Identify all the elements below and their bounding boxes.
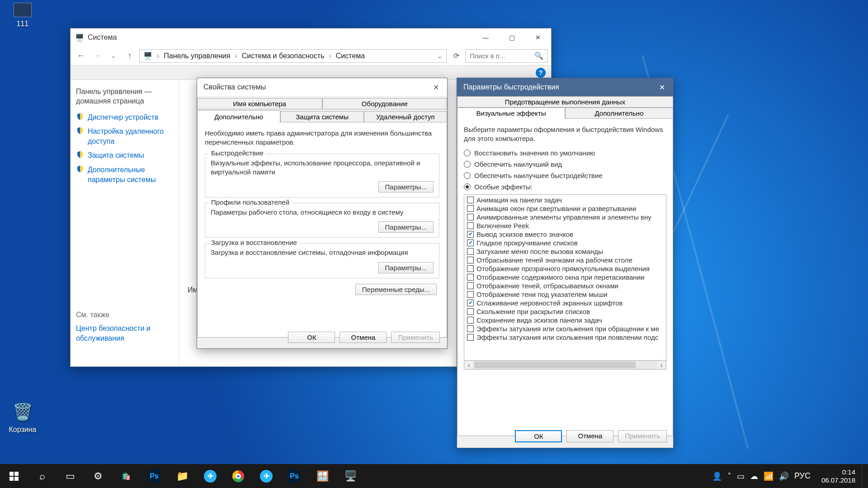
taskbar-app-photoshop[interactable]: Ps <box>140 464 168 488</box>
effect-checkbox[interactable]: Отображение теней, отбрасываемых окнами <box>464 282 666 290</box>
search-button[interactable]: ⌕ <box>28 464 56 488</box>
up-button[interactable]: ↑ <box>123 49 137 63</box>
recent-dropdown[interactable]: ⌄ <box>107 49 120 63</box>
close-button[interactable]: ✕ <box>525 28 551 47</box>
effect-checkbox[interactable]: Анимация окон при свертывании и разверты… <box>464 204 666 213</box>
apply-button[interactable]: Применить <box>391 332 440 343</box>
startup-settings-button[interactable]: Параметры... <box>378 262 434 273</box>
cancel-button[interactable]: Отмена <box>566 430 613 442</box>
effect-checkbox[interactable]: Анимированные элементы управления и элем… <box>464 213 666 221</box>
desktop-icon-recycle-bin[interactable]: 🗑️ Корзина <box>0 401 45 434</box>
close-button[interactable]: ✕ <box>651 78 673 96</box>
sidebar-link[interactable]: Защита системы <box>76 150 174 160</box>
system-tray[interactable]: 👤 ˄ ▭ ☁ 📶 🔊 РУС <box>708 471 815 481</box>
dialog-titlebar[interactable]: Свойства системы ✕ <box>197 78 447 96</box>
scrollbar-thumb[interactable] <box>474 361 636 368</box>
effect-checkbox[interactable]: ✔Вывод эскизов вместо значков <box>464 230 666 239</box>
tab-hardware[interactable]: Оборудование <box>322 98 448 109</box>
task-view-button[interactable]: ▭ <box>56 464 84 488</box>
taskbar-clock[interactable]: 0:14 06.07.2018 <box>815 468 862 484</box>
tab-computer-name[interactable]: Имя компьютера <box>197 98 322 109</box>
onedrive-icon[interactable]: ☁ <box>750 471 758 481</box>
breadcrumb-item[interactable]: Система <box>336 52 365 60</box>
apply-button[interactable]: Применить <box>618 430 667 442</box>
start-button[interactable] <box>0 464 28 488</box>
effect-checkbox[interactable]: Отображение прозрачного прямоугольника в… <box>464 264 666 273</box>
address-bar[interactable]: 🖥️ › Панель управления › Система и безоп… <box>139 49 447 63</box>
effect-checkbox[interactable]: Эффекты затухания или скольжения при поя… <box>464 333 666 342</box>
sidebar-link[interactable]: Настройка удаленного доступа <box>76 127 174 146</box>
chevron-down-icon[interactable]: ⌄ <box>437 52 443 60</box>
taskbar-app-window[interactable]: 🪟 <box>308 464 336 488</box>
maximize-button[interactable]: ▢ <box>499 28 525 47</box>
effect-checkbox[interactable]: Отбрасывание теней значками на рабочем с… <box>464 256 666 264</box>
chevron-up-icon[interactable]: ˄ <box>727 471 731 481</box>
forward-button[interactable]: → <box>90 49 104 63</box>
refresh-button[interactable]: ⟳ <box>449 52 463 60</box>
effect-checkbox[interactable]: Анимация на панели задач <box>464 196 666 204</box>
tab-remote[interactable]: Удаленный доступ <box>364 111 447 122</box>
effect-checkbox[interactable]: Затухание меню после вызова команды <box>464 247 666 256</box>
people-icon[interactable]: 👤 <box>712 471 722 481</box>
taskbar-app-photoshop2[interactable]: Ps <box>280 464 308 488</box>
chevron-right-icon[interactable]: › <box>233 52 239 60</box>
horizontal-scrollbar[interactable]: ‹ › <box>464 361 666 370</box>
chevron-right-icon[interactable]: › <box>327 52 333 60</box>
effects-checklist[interactable]: Анимация на панели задачАнимация окон пр… <box>464 194 666 361</box>
scrollbar-track[interactable] <box>473 361 657 369</box>
breadcrumb-item[interactable]: Панель управления <box>164 52 230 60</box>
wifi-icon[interactable]: 📶 <box>764 471 774 481</box>
dialog-titlebar[interactable]: Параметры быстродействия ✕ <box>457 78 673 96</box>
sidebar-link[interactable]: Диспетчер устройств <box>76 113 174 122</box>
breadcrumb-item[interactable]: Система и безопасность <box>242 52 325 60</box>
chevron-right-icon[interactable]: › <box>155 52 161 60</box>
tab-visual-effects[interactable]: Визуальные эффекты <box>457 108 565 119</box>
search-input[interactable] <box>470 52 534 60</box>
scroll-right-icon[interactable]: › <box>657 361 666 369</box>
close-button[interactable]: ✕ <box>425 78 447 96</box>
scroll-left-icon[interactable]: ‹ <box>464 361 473 369</box>
search-box[interactable]: 🔍 <box>466 49 547 63</box>
profiles-settings-button[interactable]: Параметры... <box>378 221 434 233</box>
tab-system-protection[interactable]: Защита системы <box>280 111 363 122</box>
titlebar[interactable]: 🖥️ Система — ▢ ✕ <box>71 28 551 47</box>
tab-dep[interactable]: Предотвращение выполнения данных <box>457 96 673 108</box>
show-desktop-button[interactable] <box>862 464 868 488</box>
ok-button[interactable]: ОК <box>515 430 562 442</box>
battery-icon[interactable]: ▭ <box>737 471 745 481</box>
taskbar-app-chrome[interactable] <box>224 464 252 488</box>
effect-checkbox[interactable]: Включение Peek <box>464 221 666 230</box>
back-button[interactable]: ← <box>74 49 88 63</box>
tab-advanced[interactable]: Дополнительно <box>197 110 280 122</box>
performance-settings-button[interactable]: Параметры... <box>378 181 434 192</box>
taskbar-app-telegram2[interactable]: ✈ <box>252 464 280 488</box>
effect-checkbox[interactable]: Отображение содержимого окна при перетас… <box>464 273 666 282</box>
taskbar-app-settings[interactable]: ⚙ <box>84 464 112 488</box>
effect-checkbox[interactable]: ✔Сглаживание неровностей экранных шрифто… <box>464 299 666 307</box>
radio-best-appearance[interactable]: Обеспечить наилучший вид <box>464 160 666 168</box>
effect-checkbox[interactable]: Скольжение при раскрытии списков <box>464 307 666 316</box>
sidebar-link[interactable]: Дополнительные параметры системы <box>76 165 174 184</box>
desktop-icon-folder[interactable]: 111 <box>0 3 45 28</box>
environment-variables-button[interactable]: Переменные среды... <box>355 284 437 295</box>
effect-checkbox[interactable]: ✔Гладкое прокручивание списков <box>464 239 666 247</box>
taskbar-app-store[interactable]: 🛍️ <box>112 464 140 488</box>
cancel-button[interactable]: Отмена <box>340 332 387 343</box>
control-panel-home-link[interactable]: Панель управления — домашняя страница <box>76 87 174 106</box>
minimize-button[interactable]: — <box>472 28 499 47</box>
radio-default[interactable]: Восстановить значения по умолчанию <box>464 149 666 157</box>
effect-checkbox[interactable]: Отображение тени под указателем мыши <box>464 290 666 299</box>
help-icon[interactable]: ? <box>536 68 546 78</box>
taskbar-app-telegram[interactable]: ✈ <box>196 464 224 488</box>
effect-checkbox[interactable]: Эффекты затухания или скольжения при обр… <box>464 324 666 333</box>
taskbar-app-explorer[interactable]: 📁 <box>168 464 196 488</box>
volume-icon[interactable]: 🔊 <box>779 471 789 481</box>
radio-best-performance[interactable]: Обеспечить наилучшее быстродействие <box>464 172 666 179</box>
sidebar-link[interactable]: Центр безопасности и обслуживания <box>76 324 174 343</box>
tab-advanced[interactable]: Дополнительно <box>565 108 673 119</box>
taskbar-app-system[interactable]: 🖥️ <box>336 464 364 488</box>
language-indicator[interactable]: РУС <box>794 471 811 481</box>
ok-button[interactable]: ОК <box>288 332 335 343</box>
effect-checkbox[interactable]: Сохранение вида эскизов панели задач <box>464 316 666 324</box>
radio-custom[interactable]: Особые эффекты: <box>464 183 666 191</box>
